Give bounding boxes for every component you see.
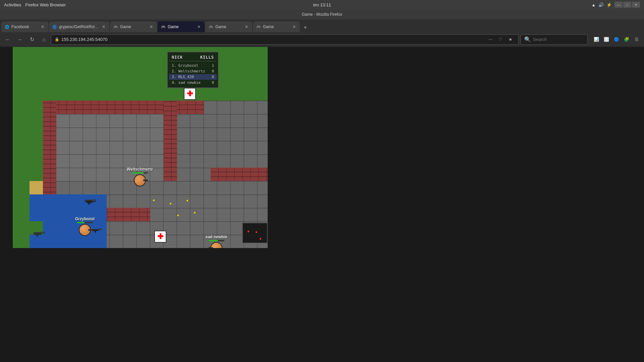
weapon-pistol-ground: [87, 199, 95, 204]
scoreboard-nick-header: NICK: [172, 55, 183, 60]
firefox-account-button[interactable]: 🔵: [612, 35, 621, 44]
player-grzybozol: Grzybozol: [75, 217, 95, 236]
health-pack-middle: ✚: [154, 231, 166, 243]
tab-game4-close[interactable]: ✕: [292, 24, 297, 30]
extensions-button[interactable]: 🧩: [622, 35, 631, 44]
reader-mode-button[interactable]: ⋯: [486, 35, 495, 44]
window-controls[interactable]: — □ ✕: [614, 2, 640, 8]
address-input[interactable]: [61, 37, 484, 42]
svg-rect-9: [93, 229, 99, 231]
brick-wall-inner-right: [164, 101, 177, 181]
svg-rect-8: [88, 202, 90, 204]
scoreboard: NICK KILLS 1. Grzybozol 1 2. Weltschmert…: [167, 52, 219, 88]
tab-game2-label: Game: [168, 24, 195, 29]
svg-rect-11: [95, 231, 96, 233]
tab-game3-label: Game: [215, 24, 242, 29]
tab-game2-close[interactable]: ✕: [197, 24, 201, 30]
facebook-icon: 🌐: [5, 25, 9, 29]
player-sad-newbie-healthbar: [208, 240, 224, 241]
tab-game2[interactable]: 🎮 Game ✕: [158, 21, 205, 32]
activities-label[interactable]: Activities: [4, 2, 21, 7]
volume-icon: 🔊: [598, 2, 604, 7]
minimap: [242, 223, 268, 243]
player-grzybozol-health-fill: [77, 222, 85, 223]
svg-rect-5: [36, 234, 38, 236]
browser-label: Firefox Web Browser: [25, 2, 66, 7]
player-sad-newbie-health-fill: [208, 240, 218, 241]
tab-game3-close[interactable]: ✕: [244, 24, 249, 30]
title-bar: Game - Mozilla Firefox: [0, 9, 644, 19]
close-button[interactable]: ✕: [632, 2, 640, 8]
tab-game1-close[interactable]: ✕: [149, 24, 154, 30]
browser-window: Game - Mozilla Firefox 🌐 Facebook ✕ 🌀 gr…: [0, 9, 644, 362]
scoreboard-row-3: 3. MLG_420 0: [169, 74, 217, 80]
player-sad-newbie: sad newbie: [206, 235, 227, 248]
player-grzybozol-body: [79, 224, 91, 236]
grzybozol-carried-gun: [93, 228, 102, 234]
tab-github[interactable]: 🌀 grypesc/GetRickRolled... ✕: [49, 21, 109, 32]
os-bar: Activities Firefox Web Browser śro 13:11…: [0, 0, 644, 9]
tab-game4[interactable]: 🎮 Game ✕: [253, 21, 300, 32]
kills-3: 0: [212, 75, 214, 79]
wifi-icon: ▲: [591, 2, 596, 7]
tab-game3[interactable]: 🎮 Game ✕: [205, 21, 252, 32]
player-sad-newbie-name: sad newbie: [206, 235, 227, 239]
reading-list-button[interactable]: 📊: [592, 35, 601, 44]
scoreboard-row-4: 4. sad newbie 0: [169, 80, 217, 85]
menu-button[interactable]: ☰: [632, 35, 641, 44]
search-icon: 🔍: [524, 36, 531, 43]
player-weltschmertz-healthbar: [132, 172, 148, 174]
scoreboard-row-2: 2. Weltschmertz 0: [169, 68, 217, 74]
scoreboard-header: NICK KILLS: [169, 54, 217, 61]
reload-button[interactable]: ↻: [27, 35, 37, 45]
health-pack-top: ✚: [184, 88, 196, 100]
minimize-button[interactable]: —: [614, 2, 623, 8]
synced-tabs-button[interactable]: ⬜: [602, 35, 611, 44]
game-canvas[interactable]: NICK KILLS 1. Grzybozol 1 2. Weltschmert…: [13, 47, 268, 248]
tab-github-close[interactable]: ✕: [101, 24, 106, 30]
weapon-gun-2: [34, 231, 44, 236]
search-bar[interactable]: 🔍: [521, 35, 588, 45]
tab-facebook-label: Facebook: [11, 24, 38, 29]
rank-2: 2. Weltschmertz: [172, 69, 205, 73]
player-sad-newbie-body: [210, 242, 222, 248]
github-icon: 🌀: [52, 25, 57, 29]
weapon-ground-2: [34, 231, 44, 237]
game-area: NICK KILLS 1. Grzybozol 1 2. Weltschmert…: [0, 47, 644, 362]
kills-1: 1: [212, 63, 214, 68]
rank-1: 1. Grzybozol: [172, 63, 198, 68]
svg-rect-7: [92, 200, 95, 201]
back-button[interactable]: ←: [3, 35, 13, 45]
new-tab-button[interactable]: +: [301, 23, 310, 32]
scoreboard-row-1: 1. Grzybozol 1: [169, 63, 217, 68]
weapon-ground-3: [87, 199, 95, 205]
tab-game1-label: Game: [120, 24, 147, 29]
minimap-dot-2: [256, 231, 257, 233]
weltschmertz-gun: [143, 180, 148, 181]
tab-github-label: grypesc/GetRickRolled...: [59, 24, 99, 29]
brick-wall-top: [43, 101, 204, 114]
lock-icon: 🔒: [55, 37, 59, 42]
star-button[interactable]: ★: [506, 35, 515, 44]
home-button[interactable]: ⌂: [39, 35, 49, 45]
bullet-1: [153, 199, 155, 201]
tab-facebook-close[interactable]: ✕: [40, 24, 45, 30]
svg-rect-6: [87, 201, 92, 202]
player-weltschmertz: Weltschmertz: [127, 167, 153, 186]
grzybozol-gun: [88, 229, 93, 231]
health-cross-top: ✚: [187, 90, 193, 98]
tab-facebook[interactable]: 🌐 Facebook ✕: [1, 21, 48, 32]
search-input[interactable]: [533, 37, 589, 42]
game1-icon: 🎮: [113, 25, 118, 29]
tab-game1[interactable]: 🎮 Game ✕: [110, 21, 157, 32]
svg-rect-4: [41, 232, 44, 233]
battery-icon: ⚡: [606, 2, 612, 7]
maximize-button[interactable]: □: [623, 2, 631, 8]
bookmark-button[interactable]: ♡: [496, 35, 505, 44]
bullet-3: [186, 200, 188, 201]
grzybozol-gun-svg: [93, 228, 102, 233]
address-bar[interactable]: 🔒 ⋯ ♡ ★: [51, 35, 519, 45]
forward-button[interactable]: →: [15, 35, 25, 45]
browser-tools: 📊 ⬜ 🔵 🧩 ☰: [592, 35, 641, 44]
minimap-dot-1: [248, 231, 249, 232]
